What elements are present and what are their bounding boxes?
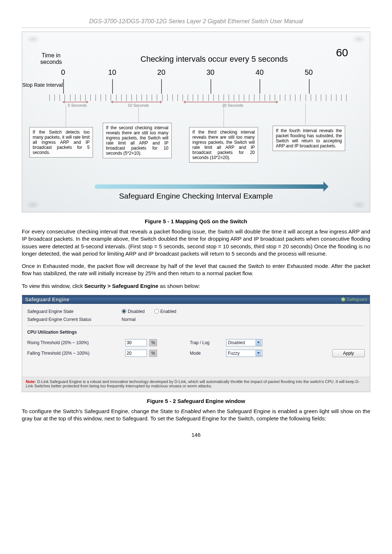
safeguard-badge: Safeguard bbox=[341, 297, 367, 302]
lead-line bbox=[305, 103, 306, 125]
lead-line bbox=[66, 105, 66, 127]
panel-note: Note: D-Link Safeguard Engine is a robus… bbox=[22, 377, 370, 392]
mode-select[interactable]: Fuzzy bbox=[226, 350, 262, 357]
doc-header-rule bbox=[22, 28, 370, 28]
axis-minor-ticks bbox=[45, 94, 352, 101]
panel-header: Safeguard Engine Safeguard bbox=[22, 295, 370, 304]
status-light-icon bbox=[341, 297, 346, 302]
panel-title: Safeguard Engine bbox=[25, 297, 69, 302]
state-radio-disabled-input[interactable] bbox=[122, 309, 126, 314]
annotation-box-3: If the third checking interval reveals t… bbox=[189, 127, 258, 163]
interval-seg-1 bbox=[65, 102, 86, 102]
chevron-down-icon bbox=[256, 340, 261, 346]
traplog-select[interactable]: Disabled bbox=[226, 339, 262, 346]
paragraph-4: To configure the Switch's Safeguard Engi… bbox=[22, 408, 370, 423]
current-status-label: Safeguard Engine Current Status bbox=[27, 317, 122, 322]
paragraph-2: Once in Exhausted mode, the packet flow … bbox=[22, 262, 370, 277]
axis-major-tick bbox=[161, 79, 162, 94]
state-radio-disabled[interactable]: Disabled bbox=[122, 309, 145, 314]
time-label: Time in seconds bbox=[40, 52, 62, 65]
arrow-icon bbox=[95, 184, 323, 189]
state-radio-disabled-text: Disabled bbox=[128, 309, 145, 314]
state-radio-enabled[interactable]: Enabled bbox=[154, 309, 176, 314]
annotation-box-4: If the fourth interval reveals the packe… bbox=[273, 126, 345, 151]
interval-seg-3-label: 20 Seconds bbox=[222, 103, 243, 107]
axis-tick: 30 bbox=[207, 68, 215, 77]
traplog-select-value: Disabled bbox=[228, 340, 245, 345]
note-prefix: Note: bbox=[26, 379, 36, 384]
vignette bbox=[352, 35, 366, 44]
apply-button[interactable]: Apply bbox=[332, 349, 365, 357]
percent-sign: % bbox=[149, 350, 157, 357]
interval-seg-1-label: 5 Seconds bbox=[68, 103, 87, 107]
state-radio-enabled-input[interactable] bbox=[154, 309, 159, 314]
paragraph-3-post: as shown below: bbox=[160, 283, 200, 289]
paragraph-3: To view this window, click Security > Sa… bbox=[22, 282, 370, 290]
lead-line bbox=[138, 105, 139, 125]
axis-tick: 0 bbox=[61, 68, 65, 77]
axis-tick: 40 bbox=[256, 68, 264, 77]
note-text: D-Link Safeguard Engine is a robust and … bbox=[26, 379, 360, 388]
paragraph-4-italic: Enabled bbox=[181, 408, 201, 414]
mode-label: Mode bbox=[190, 351, 222, 356]
figure-1-caption: Figure 5 - 1 Mapping QoS on the Switch bbox=[22, 218, 370, 224]
axis-tick: 10 bbox=[108, 68, 116, 77]
axis-tick: 50 bbox=[305, 68, 313, 77]
paragraph-1: For every consecutive checking interval … bbox=[22, 228, 370, 257]
annotation-box-1: If the Switch detects too many packets, … bbox=[29, 127, 93, 158]
axis-major-tick bbox=[309, 79, 310, 94]
rising-threshold-input[interactable] bbox=[125, 339, 147, 346]
lead-line bbox=[224, 105, 224, 127]
state-radio-enabled-text: Enabled bbox=[160, 309, 176, 314]
axis-major-tick bbox=[112, 79, 113, 94]
current-status-value: Normal bbox=[122, 317, 136, 322]
figure-1-diagram: Time in seconds 60 Checking intervals oc… bbox=[22, 32, 370, 212]
vignette bbox=[26, 200, 40, 209]
doc-header: DGS-3700-12/DGS-3700-12G Series Layer 2 … bbox=[22, 18, 370, 25]
axis-major-tick bbox=[211, 79, 211, 94]
falling-threshold-input[interactable] bbox=[125, 350, 147, 357]
percent-sign: % bbox=[149, 339, 157, 346]
axis-major-tick bbox=[63, 79, 64, 94]
vignette bbox=[26, 35, 40, 44]
traplog-label: Trap / Log bbox=[190, 340, 222, 345]
paragraph-3-bold: Security > Safeguard Engine bbox=[85, 283, 159, 289]
chart-title: Checking intervals occur every 5 seconds bbox=[87, 54, 341, 64]
time-label-line2: seconds bbox=[40, 59, 62, 65]
falling-threshold-label: Falling Threshold (20% ~ 100%) bbox=[27, 351, 122, 356]
annotation-box-2: If the second checking interval reveals … bbox=[103, 123, 172, 158]
panel-body: Safeguard Engine State Disabled Enabled … bbox=[22, 304, 370, 377]
paragraph-4-pre: To configure the Switch's Safeguard Engi… bbox=[22, 408, 181, 414]
vignette bbox=[352, 200, 366, 209]
safeguard-badge-text: Safeguard bbox=[347, 297, 367, 302]
chart-subtitle: Safeguard Engine Checking Interval Examp… bbox=[22, 192, 370, 200]
axis-major-tick bbox=[260, 79, 260, 94]
safeguard-panel: Safeguard Engine Safeguard Safeguard Eng… bbox=[22, 295, 370, 392]
divider bbox=[27, 326, 365, 326]
paragraph-3-pre: To view this window, click bbox=[22, 283, 85, 289]
page-number: 146 bbox=[22, 432, 370, 438]
chart-axis: 0 10 20 30 40 50 bbox=[45, 79, 352, 108]
state-label: Safeguard Engine State bbox=[27, 309, 122, 314]
cpu-utilization-heading: CPU Utilization Settings bbox=[27, 330, 365, 335]
interval-seg-3 bbox=[185, 102, 276, 102]
axis-tick: 20 bbox=[157, 68, 165, 77]
time-label-line1: Time in bbox=[42, 52, 61, 58]
interval-seg-2 bbox=[113, 102, 160, 102]
mode-select-value: Fuzzy bbox=[228, 351, 240, 356]
chevron-down-icon bbox=[256, 350, 261, 356]
rising-threshold-label: Rising Threshold (20% ~ 100%) bbox=[27, 340, 122, 345]
figure-2-caption: Figure 5 - 2 Safeguard Engine window bbox=[22, 398, 370, 404]
